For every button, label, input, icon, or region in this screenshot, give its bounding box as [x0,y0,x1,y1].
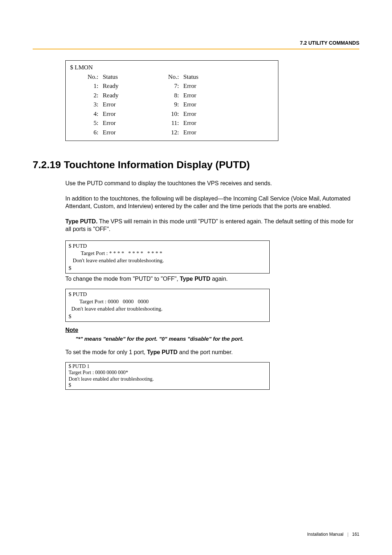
type-putd-rest: The VPS will remain in this mode until "… [65,218,354,232]
table-row: 5: Error 11: Error [69,118,274,128]
putd-off-box: $ PUTD Target Port : 0000 0000 0000 Don'… [65,289,270,322]
lmon-status-header: Status [103,72,157,82]
code-line: $ [69,313,266,320]
section-title-text: Touchtone Information Display (PUTD) [64,159,250,170]
table-row: 1: Ready 7: Error [69,81,274,91]
footer-page: 161 [352,532,359,537]
table-row: 3: Error 9: Error [69,100,274,109]
code-line: $ PUTD 1 [69,363,266,370]
table-row: 2: Ready 8: Error [69,91,274,100]
change-mode-text: To change the mode from "PUTD" to "OFF",… [65,276,359,282]
body-paragraphs: Use the PUTD command to display the touc… [65,179,359,233]
type-putd-paragraph: Type PUTD. The VPS will remain in this m… [65,218,359,233]
type-putd-strong: Type PUTD. [65,218,98,224]
lmon-no-header: No.: [157,72,183,82]
header-rule [33,49,359,49]
code-line: $ [69,264,266,272]
code-line: Target Port : 0000 0000 0000 [69,298,266,305]
footer-label: Installation Manual [307,532,343,537]
section-heading: 7.2.19 Touchtone Information Display (PU… [33,159,359,171]
note-body: "*" means "enable" for the port. "0" mea… [75,336,359,342]
detail-paragraph: In addition to the touchtones, the follo… [65,195,359,210]
note-heading: Note [65,327,359,333]
intro-paragraph: Use the PUTD command to display the touc… [65,179,359,187]
code-line: Target Port : 0000 0000 000* [69,369,266,376]
lmon-status-header: Status [183,72,212,82]
page-footer: Installation Manual 161 [307,532,359,537]
set-one-port-text: To set the mode for only 1 port, Type PU… [65,349,359,356]
code-line: Don't leave enabled after troubleshootin… [69,305,266,312]
code-line: Target Port : * * * * * * * * * * * * [69,250,266,257]
lmon-header-row: No.: Status No.: Status [69,72,274,82]
code-line: $ [69,382,266,389]
table-row: 4: Error 10: Error [69,109,274,119]
lmon-command: $ LMON [69,63,274,72]
footer-separator [348,532,348,537]
code-line: $ PUTD [69,291,266,298]
code-line: $ PUTD [69,242,266,250]
lmon-output-box: $ LMON No.: Status No.: Status 1: Ready … [65,60,278,141]
lmon-no-header: No.: [69,72,103,82]
code-line: Don't leave enabled after troubleshootin… [69,376,266,382]
putd-on-box: $ PUTD Target Port : * * * * * * * * * *… [65,240,270,274]
code-line: Don't leave enabled after troubleshootin… [69,257,266,264]
table-row: 6: Error 12: Error [69,128,274,137]
section-number: 7.2.19 [33,159,61,170]
section-header: 7.2 UTILITY COMMANDS [33,40,359,46]
putd-one-port-box: $ PUTD 1 Target Port : 0000 0000 000* Do… [65,362,270,390]
